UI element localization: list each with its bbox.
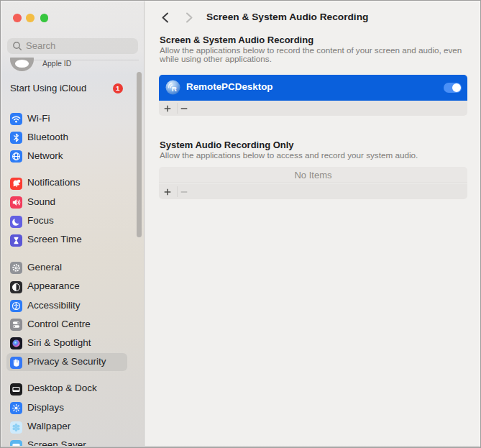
svg-text:R: R [172, 85, 177, 93]
